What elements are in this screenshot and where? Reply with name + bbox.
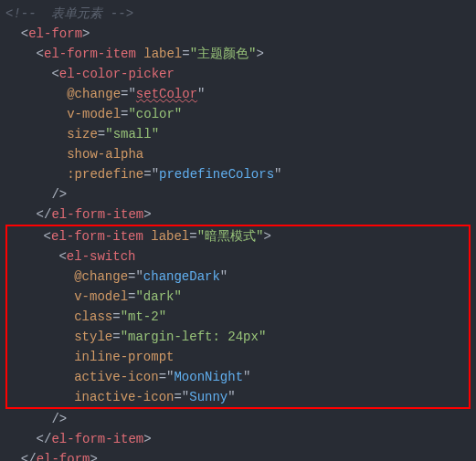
attr-style: style (74, 330, 112, 344)
attr-show-alpha: show-alpha (67, 147, 143, 162)
attr-label: label (151, 229, 189, 244)
code-line: inline-prompt (7, 347, 469, 367)
code-line: style="margin-left: 24px" (7, 327, 469, 347)
attr-inactive-icon: inactive-icon (74, 390, 174, 404)
code-line: <el-form-item label="暗黑模式"> (7, 226, 469, 246)
code-line: @change="setColor" (0, 84, 476, 104)
attr-vmodel: v-model (67, 107, 121, 121)
attr-class: class (74, 309, 112, 324)
code-line: class="mt-2" (7, 307, 469, 327)
attr-change: @change (74, 269, 128, 284)
code-line: <el-form> (0, 24, 476, 44)
tag-el-form-item: el-form-item (44, 47, 136, 61)
code-line: show-alpha (0, 144, 476, 164)
tag-el-switch: el-switch (67, 249, 136, 264)
code-line: /> (0, 409, 476, 429)
code-line: :predefine="predefineColors" (0, 164, 476, 184)
attr-change: @change (67, 87, 121, 101)
code-line: <el-switch (7, 246, 469, 267)
attr-active-icon: active-icon (74, 370, 158, 384)
tag-el-form-item-close: el-form-item (51, 432, 143, 446)
func-changedark: changeDark (143, 269, 220, 284)
code-line: @change="changeDark" (7, 267, 469, 287)
func-predefinecolors: predefineColors (159, 167, 274, 182)
code-line: <!-- 表单元素 --> (0, 4, 476, 24)
highlight-box: <el-form-item label="暗黑模式"> <el-switch @… (5, 225, 471, 409)
code-line: </el-form> (0, 449, 476, 461)
comment: <!-- 表单元素 --> (5, 6, 133, 21)
code-line: /> (0, 184, 476, 204)
attr-predefine: :predefine (67, 167, 143, 182)
code-line: active-icon="MoonNight" (7, 367, 469, 387)
code-line: v-model="color" (0, 104, 476, 124)
code-line: <el-color-picker (0, 64, 476, 84)
tag-el-form-item: el-form-item (51, 229, 143, 244)
tag-el-form-item-close: el-form-item (51, 207, 143, 222)
func-setcolor: setColor (136, 87, 197, 101)
tag-el-form: el-form (28, 26, 82, 41)
attr-size: size (67, 127, 98, 141)
code-line: </el-form-item> (0, 204, 476, 225)
tag-el-form-close: el-form (37, 452, 90, 461)
attr-vmodel: v-model (74, 289, 128, 304)
code-line: <el-form-item label="主题颜色"> (0, 44, 476, 64)
code-line: </el-form-item> (0, 429, 476, 449)
val-moonnight: MoonNight (174, 370, 243, 384)
code-line: inactive-icon="Sunny" (7, 387, 469, 407)
code-line: v-model="dark" (7, 287, 469, 307)
tag-el-color-picker: el-color-picker (59, 67, 175, 81)
val-sunny: Sunny (189, 390, 227, 404)
attr-inline-prompt: inline-prompt (74, 350, 174, 364)
code-line: size="small" (0, 124, 476, 144)
attr-label: label (143, 47, 182, 61)
